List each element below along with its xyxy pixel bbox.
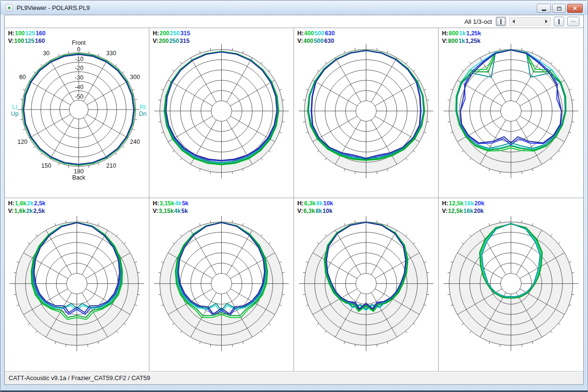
polar-panel-8: H:12,5k16k20kV:12,5k16k20k [439, 198, 583, 371]
band-marker-button-left[interactable] [496, 17, 506, 26]
freq-label: 250 [170, 30, 180, 37]
window-bottom-edge [0, 391, 588, 392]
title-bar[interactable]: PL9Viewer - POLARS.PL9 ✕ [0, 0, 588, 15]
svg-text:-50: -50 [75, 93, 83, 100]
h-freq-row: H:12,5k16k20k [442, 200, 485, 207]
freq-label: 10k [323, 208, 333, 214]
freq-label: 3,15k [159, 200, 174, 207]
svg-text:180: 180 [74, 168, 84, 175]
v-freq-row: V:3,15k4k5k [153, 207, 189, 215]
minimize-button[interactable] [537, 4, 551, 13]
svg-text:-30: -30 [75, 74, 83, 81]
freq-label: 160 [36, 30, 46, 37]
v-freq-row: V:200250315 [153, 37, 191, 45]
freq-label: 1,25k [466, 30, 481, 37]
freq-label: 16k [464, 200, 474, 207]
svg-text:0: 0 [77, 46, 80, 53]
freq-label: 160 [35, 38, 45, 44]
svg-text:30: 30 [43, 50, 49, 57]
svg-text:300: 300 [130, 74, 140, 80]
band-bar-icon [500, 19, 501, 24]
band-scrollbar[interactable] [509, 17, 551, 26]
svg-text:Up: Up [11, 111, 19, 117]
freq-label: 125 [25, 38, 35, 44]
freq-label: 100 [15, 30, 25, 37]
minimize-icon [542, 10, 546, 11]
freq-label: 200 [159, 38, 169, 44]
plane-prefix: H: [442, 200, 448, 207]
freq-label: 800 [449, 30, 459, 37]
freq-label: 250 [169, 38, 179, 44]
svg-text:240: 240 [130, 139, 140, 145]
plane-prefix: H: [153, 30, 159, 37]
plane-prefix: V: [442, 38, 448, 44]
svg-text:Back: Back [72, 174, 86, 181]
freq-label: 12,5k [448, 208, 463, 214]
v-freq-row: V:8001k1,25k [442, 37, 481, 45]
h-freq-row: H:8001k1,25k [442, 30, 481, 37]
scroll-right-button[interactable] [542, 18, 550, 25]
svg-text:120: 120 [18, 139, 28, 145]
h-freq-row: H:6,3k8k10k [297, 200, 333, 207]
freq-label: 500 [314, 38, 324, 44]
plane-prefix: V: [297, 208, 303, 214]
maximize-icon [557, 7, 561, 10]
freq-label: 630 [325, 30, 335, 37]
polar-panel-7: H:6,3k8k10kV:6,3k8k10k [294, 198, 439, 371]
freq-label: 8k [315, 208, 322, 214]
freq-label: 1,6k [14, 208, 26, 214]
h-freq-row: H:3,15k4k5k [153, 200, 189, 207]
svg-text:-20: -20 [75, 65, 83, 72]
freq-label: 400 [304, 30, 314, 37]
freq-label: 100 [14, 38, 24, 44]
freq-label: 1,25k [466, 38, 480, 44]
plane-prefix: V: [8, 38, 14, 44]
scroll-left-button[interactable] [510, 18, 518, 25]
polar-chart [149, 28, 294, 198]
close-button[interactable]: ✕ [567, 4, 583, 13]
freq-label: 1k [459, 38, 465, 44]
freq-label: 315 [180, 30, 190, 37]
svg-text:-10: -10 [75, 56, 83, 62]
polar-chart [439, 198, 583, 371]
freq-label: 6,3k [304, 200, 315, 207]
freq-label: 4k [175, 200, 181, 207]
svg-text:Dn: Dn [139, 111, 147, 117]
polar-chart [149, 198, 294, 371]
band-scale-label: All 1/3-oct [464, 18, 492, 25]
v-freq-row: V:100125160 [8, 37, 46, 45]
freq-label: 315 [180, 38, 190, 44]
freq-label: 4k [174, 208, 181, 214]
polar-chart [439, 28, 583, 198]
freq-label: 500 [314, 30, 324, 37]
status-text: CATT-Acoustic v9.1a / Frazier_CAT59.CF2 … [9, 374, 150, 382]
freq-label: 12,5k [449, 200, 463, 207]
freq-label: 2k [26, 208, 33, 214]
svg-text:Front: Front [72, 40, 86, 46]
plane-prefix: V: [442, 208, 448, 214]
svg-text:Lt: Lt [12, 104, 18, 111]
toolbar: All 1/3-oct ... [5, 15, 583, 28]
plane-prefix: H: [442, 30, 448, 37]
polar-chart [5, 198, 149, 371]
h-freq-row: H:400500630 [297, 30, 335, 37]
polar-chart [294, 28, 438, 198]
window-frame: All 1/3-oct ... Front0180Back30601201502… [0, 15, 588, 389]
arrow-left-icon [512, 20, 515, 23]
polar-chart: Front0180Back3060120150210240300330-10-2… [5, 28, 149, 198]
freq-label: 5k [182, 200, 188, 207]
more-options-button[interactable]: ... [567, 17, 579, 26]
svg-text:150: 150 [41, 162, 51, 169]
freq-legend: H:400500630V:400500630 [297, 30, 335, 45]
freq-label: 5k [181, 208, 188, 214]
polar-panels-grid: Front0180Back3060120150210240300330-10-2… [5, 28, 583, 371]
svg-text:-40: -40 [75, 84, 83, 90]
freq-label: 20k [474, 208, 484, 214]
freq-label: 1k [459, 30, 466, 37]
maximize-button[interactable] [552, 4, 566, 13]
plane-prefix: H: [8, 200, 14, 207]
band-marker-button-right[interactable] [554, 17, 564, 26]
freq-label: 800 [448, 38, 458, 44]
freq-label: 2,5k [33, 208, 45, 214]
freq-label: 8k [316, 200, 323, 207]
